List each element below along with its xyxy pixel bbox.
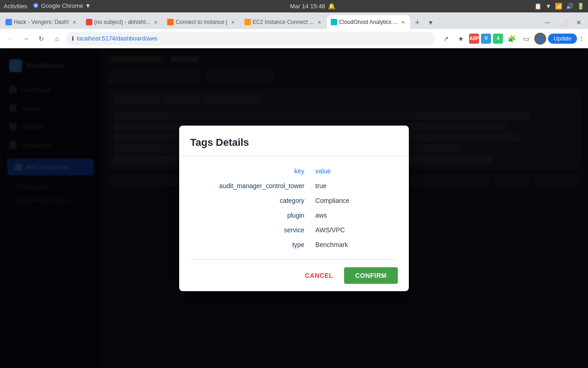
tags-value-cell: true	[305, 178, 398, 193]
tab-overflow-button[interactable]: ▼	[424, 16, 437, 29]
col-header-value: value	[305, 164, 398, 178]
back-button[interactable]: ←	[4, 32, 17, 45]
tags-table-row: pluginaws	[190, 208, 398, 223]
tab-close-connect[interactable]: ✕	[229, 18, 237, 26]
tab-label-gmail: (no subject) - abhisht...	[94, 19, 150, 25]
tags-table-header: key value	[190, 164, 398, 178]
battery-icon: 🔋	[577, 3, 584, 10]
modal-footer: CANCEL CONFIRM	[179, 260, 409, 291]
tags-key-cell: plugin	[190, 208, 305, 223]
tags-table-body: audit_manager_control_towertruecategoryC…	[190, 178, 398, 252]
url-bar[interactable]: ℹ localhost:5174/dashboard/aws	[66, 32, 435, 46]
reload-button[interactable]: ↻	[35, 32, 48, 45]
sidebar-toggle-icon[interactable]: ▭	[520, 32, 532, 45]
dropdown-icon: ▼	[545, 3, 551, 10]
os-topbar: Activities Google Chrome ▼ Mar 14 15:48 …	[0, 0, 588, 12]
os-topbar-left: Activities Google Chrome ▼	[4, 2, 91, 11]
tags-table: key value audit_manager_control_towertru…	[190, 164, 398, 252]
wifi-icon: 📶	[555, 3, 562, 10]
tab-label-hack: Hack - Vengers: Dash!	[14, 19, 69, 25]
tags-table-row: serviceAWS/VPC	[190, 223, 398, 237]
tags-key-cell: audit_manager_control_tower	[190, 178, 305, 193]
tab-favicon-hack	[6, 19, 12, 25]
home-button[interactable]: ⌂	[51, 32, 63, 45]
tab-favicon-ec2	[244, 19, 251, 25]
new-tab-button[interactable]: +	[411, 16, 424, 29]
tab-label-connect: Connect to instance |	[175, 19, 227, 25]
tab-close-ec2[interactable]: ✕	[316, 18, 323, 26]
forward-button[interactable]: →	[19, 32, 32, 45]
address-bar: ← → ↻ ⌂ ℹ localhost:5174/dashboard/aws ↗…	[0, 29, 588, 48]
tags-details-modal: Tags Details key value audit_mana	[179, 126, 409, 291]
tags-key-cell: category	[190, 193, 305, 208]
bookmark-icon[interactable]: ★	[454, 32, 467, 45]
url-text: localhost:5174/dashboard/aws	[77, 35, 430, 42]
tab-cloud[interactable]: CloudGhost Analytics ... ✕	[327, 15, 410, 29]
tab-hack[interactable]: Hack - Vengers: Dash! ✕	[2, 15, 82, 29]
os-system-tray: 📋 ▼ 📶 🔊 🔋	[534, 3, 584, 10]
tab-label-ec2: EC2 Instance Connect ...	[253, 19, 314, 25]
lock-icon: ℹ	[72, 35, 74, 42]
modal-title: Tags Details	[190, 137, 398, 149]
tags-value-cell: Benchmark	[305, 237, 398, 252]
tab-close-cloud[interactable]: ✕	[399, 18, 407, 26]
notification-icon: 🔔	[328, 3, 335, 10]
tab-gmail[interactable]: (no subject) - abhisht... ✕	[82, 15, 163, 29]
maximize-button[interactable]: ⬜	[556, 16, 571, 29]
extensions-icon[interactable]: 🧩	[505, 32, 518, 45]
tab-favicon-gmail	[86, 19, 92, 25]
os-datetime: Mar 14 15:48 🔔	[290, 3, 335, 10]
toolbar-icons: ↗ ★ ABP V 4 🧩 ▭ 👤 Update ⋮	[440, 32, 584, 45]
tags-key-cell: service	[190, 223, 305, 237]
num4-extension-icon[interactable]: 4	[493, 34, 503, 44]
tab-close-gmail[interactable]: ✕	[152, 18, 159, 26]
update-dropdown-icon[interactable]: ⋮	[579, 35, 584, 42]
abp-extension-icon[interactable]: ABP	[469, 34, 479, 44]
tab-favicon-cloud	[331, 19, 337, 25]
tags-table-row: categoryCompliance	[190, 193, 398, 208]
modal-body: key value audit_manager_control_towertru…	[179, 156, 409, 259]
tags-table-row: audit_manager_control_towertrue	[190, 178, 398, 193]
tags-table-row: typeBenchmark	[190, 237, 398, 252]
profile-icon[interactable]: 👤	[534, 33, 546, 45]
tags-value-cell: Compliance	[305, 193, 398, 208]
tags-value-cell: aws	[305, 208, 398, 223]
cancel-button[interactable]: CANCEL	[298, 267, 340, 284]
confirm-button[interactable]: CONFIRM	[344, 267, 398, 284]
tab-close-hack[interactable]: ✕	[71, 18, 78, 26]
modal-header: Tags Details	[179, 126, 409, 156]
activities-label[interactable]: Activities	[4, 3, 27, 10]
tags-table-header-row: key value	[190, 164, 398, 178]
svg-point-1	[35, 5, 37, 7]
tags-key-cell: type	[190, 237, 305, 252]
window-controls: ─ ⬜ ✕	[540, 16, 586, 29]
tab-connect[interactable]: Connect to instance | ✕	[164, 15, 240, 29]
chrome-window: Hack - Vengers: Dash! ✕ (no subject) - a…	[0, 12, 588, 368]
tab-label-cloud: CloudGhost Analytics ...	[339, 19, 397, 25]
chrome-label: Google Chrome ▼	[33, 2, 91, 11]
share-icon[interactable]: ↗	[440, 32, 452, 45]
clipboard-icon: 📋	[534, 3, 542, 10]
col-header-key: key	[190, 164, 305, 178]
close-button[interactable]: ✕	[571, 16, 586, 29]
tags-value-cell: AWS/VPC	[305, 223, 398, 237]
modal-overlay: Tags Details key value audit_mana	[0, 48, 588, 368]
page-content: CloudGhost Dashboard Assets Findings Com…	[0, 48, 588, 368]
tab-ec2[interactable]: EC2 Instance Connect ... ✕	[241, 15, 327, 29]
tab-bar: Hack - Vengers: Dash! ✕ (no subject) - a…	[0, 12, 588, 29]
volume-icon: 🔊	[566, 3, 573, 10]
minimize-button[interactable]: ─	[540, 16, 555, 29]
vpn-extension-icon[interactable]: V	[481, 34, 491, 44]
tab-favicon-connect	[167, 19, 174, 25]
update-button[interactable]: Update	[548, 34, 577, 44]
